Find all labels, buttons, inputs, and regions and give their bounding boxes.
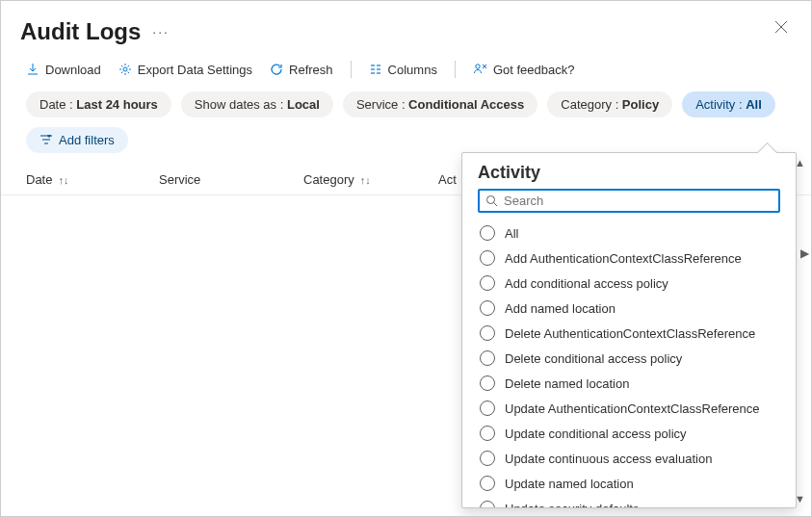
search-input[interactable] [504, 194, 773, 208]
activity-option-label: Delete named location [505, 376, 629, 391]
filter-showdates-pill[interactable]: Show dates as : Local [181, 91, 333, 117]
flyout-search-box[interactable] [478, 189, 780, 213]
radio-icon [480, 451, 495, 466]
toolbar: Download Export Data Settings Refresh Co… [1, 55, 811, 91]
radio-icon [480, 476, 495, 491]
filter-activity-label: Activity : [695, 97, 746, 112]
download-button[interactable]: Download [26, 63, 101, 77]
filter-showdates-label: Show dates as : [195, 97, 287, 112]
filter-category-pill[interactable]: Category : Policy [547, 91, 672, 117]
refresh-icon [270, 63, 283, 76]
activity-option[interactable]: Add AuthenticationContextClassReference [478, 246, 792, 271]
activity-option[interactable]: Update conditional access policy [478, 421, 792, 446]
flyout-title: Activity [462, 153, 796, 189]
filter-service-value: Conditional Access [408, 97, 524, 112]
download-label: Download [45, 63, 101, 77]
filter-date-value: Last 24 hours [76, 97, 158, 112]
radio-icon [480, 375, 495, 391]
activity-option[interactable]: Update AuthenticationContextClassReferen… [478, 396, 792, 421]
filter-category-value: Policy [622, 97, 659, 112]
activity-option[interactable]: All [478, 220, 792, 246]
activity-option-label: Delete AuthenticationContextClassReferen… [505, 326, 755, 341]
radio-icon [480, 501, 495, 507]
export-label: Export Data Settings [138, 63, 252, 77]
radio-icon [480, 426, 495, 441]
columns-icon [369, 63, 382, 76]
column-date-label: Date [26, 172, 52, 187]
svg-point-9 [476, 65, 480, 68]
activity-option-label: Update AuthenticationContextClassReferen… [505, 401, 760, 416]
scroll-down-icon[interactable]: ▼ [795, 493, 805, 504]
svg-line-13 [494, 203, 498, 207]
activity-option-label: Update conditional access policy [505, 427, 687, 441]
scroll-up-icon[interactable]: ▲ [795, 157, 805, 168]
column-category-label: Category [303, 172, 354, 187]
close-icon[interactable] [771, 16, 792, 41]
gear-icon [118, 63, 132, 76]
activity-option-label: Update named location [505, 477, 634, 491]
refresh-label: Refresh [289, 63, 333, 77]
toolbar-divider [351, 61, 352, 78]
add-filters-label: Add filters [59, 133, 115, 147]
feedback-button[interactable]: Got feedback? [473, 63, 575, 77]
filter-date-label: Date : [39, 97, 76, 112]
flyout-options-list[interactable]: AllAdd AuthenticationContextClassReferen… [462, 220, 796, 507]
sort-icon: ↑↓ [58, 174, 68, 186]
export-settings-button[interactable]: Export Data Settings [118, 63, 252, 77]
filter-showdates-value: Local [287, 97, 320, 112]
activity-option-label: Add named location [505, 301, 616, 316]
column-header-service[interactable]: Service [159, 172, 303, 187]
activity-option-label: Update continuous access evaluation [505, 452, 712, 466]
feedback-label: Got feedback? [493, 63, 575, 77]
refresh-button[interactable]: Refresh [270, 63, 333, 77]
radio-icon [480, 250, 495, 266]
filter-service-label: Service : [356, 97, 408, 112]
activity-option[interactable]: Update continuous access evaluation [478, 446, 792, 471]
radio-icon [480, 325, 495, 341]
activity-option[interactable]: Delete named location [478, 371, 792, 396]
side-chevron-icon[interactable]: ▶ [799, 245, 811, 262]
add-filters-button[interactable]: Add filters [26, 127, 128, 153]
filter-service-pill[interactable]: Service : Conditional Access [343, 91, 537, 117]
activity-option-label: Add AuthenticationContextClassReference [505, 251, 742, 266]
column-header-date[interactable]: Date ↑↓ [26, 172, 159, 187]
activity-option[interactable]: Delete AuthenticationContextClassReferen… [478, 321, 792, 346]
search-icon [485, 194, 498, 207]
radio-icon [480, 275, 495, 291]
activity-dropdown: Activity AllAdd AuthenticationContextCla… [461, 152, 797, 508]
radio-icon [480, 300, 495, 316]
radio-icon [480, 225, 495, 241]
toolbar-divider [455, 61, 456, 78]
page-title: Audit Logs [20, 18, 141, 45]
download-icon [26, 63, 39, 76]
activity-option[interactable]: Update security defaults [478, 496, 792, 507]
column-service-label: Service [159, 172, 200, 187]
activity-option-label: Add conditional access policy [505, 276, 668, 291]
columns-button[interactable]: Columns [369, 63, 437, 77]
radio-icon [480, 350, 495, 366]
activity-option-label: Delete conditional access policy [505, 351, 682, 366]
column-activity-label: Act [438, 172, 457, 187]
columns-label: Columns [388, 63, 437, 77]
activity-option[interactable]: Delete conditional access policy [478, 346, 792, 371]
activity-option[interactable]: Update named location [478, 471, 792, 496]
filter-activity-value: All [746, 97, 762, 112]
activity-option[interactable]: Add named location [478, 296, 792, 321]
sort-icon: ↑↓ [360, 174, 371, 186]
column-header-category[interactable]: Category ↑↓ [303, 172, 438, 187]
filter-date-pill[interactable]: Date : Last 24 hours [26, 91, 171, 117]
svg-point-2 [123, 67, 127, 71]
filter-category-label: Category : [561, 97, 622, 112]
radio-icon [480, 401, 495, 416]
svg-point-12 [487, 196, 495, 204]
filter-icon [39, 135, 53, 146]
activity-option-label: All [505, 226, 518, 241]
more-actions-icon[interactable]: ··· [152, 24, 170, 39]
filter-activity-pill[interactable]: Activity : All [682, 91, 775, 117]
feedback-icon [473, 63, 487, 76]
activity-option-label: Update security defaults [505, 502, 639, 508]
activity-option[interactable]: Add conditional access policy [478, 271, 792, 296]
